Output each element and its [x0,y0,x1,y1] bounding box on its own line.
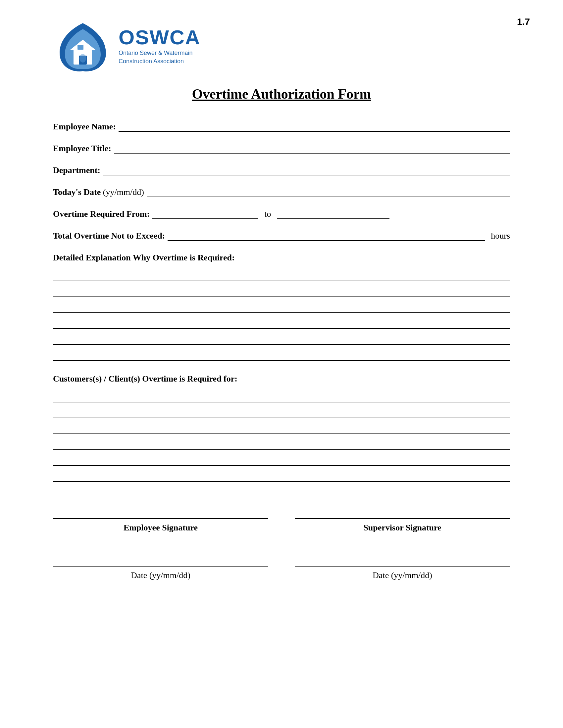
overtime-to-text: to [264,209,271,219]
svg-rect-3 [77,45,83,50]
employee-title-label: Employee Title: [53,144,111,154]
employee-date-label: Date (yy/mm/dd) [53,570,268,580]
signature-section: Employee Signature Supervisor Signature [53,508,510,533]
employee-name-line [118,122,510,132]
logo-area: OSWCA Ontario Sewer & Watermain Construc… [53,20,510,73]
explanation-line-1 [53,268,510,281]
department-row: Department: [53,165,510,175]
customers-line-2 [53,405,510,418]
employee-date-block: Date (yy/mm/dd) [53,556,268,580]
total-overtime-line [167,232,485,241]
total-overtime-row: Total Overtime Not to Exceed: hours [53,231,510,241]
page-number: 1.7 [517,17,530,27]
date-section: Date (yy/mm/dd) Date (yy/mm/dd) [53,556,510,580]
customers-line-4 [53,437,510,450]
customers-line-3 [53,421,510,434]
customers-line-5 [53,453,510,466]
department-label: Department: [53,165,100,175]
total-overtime-label: Total Overtime Not to Exceed: [53,231,165,241]
todays-date-line [147,188,510,197]
logo-text: OSWCA Ontario Sewer & Watermain Construc… [118,27,201,66]
overtime-to-line [277,210,390,219]
employee-signature-label: Employee Signature [53,523,268,533]
total-overtime-suffix: hours [491,231,510,241]
logo-subtitle: Ontario Sewer & Watermain Construction A… [118,49,201,66]
overtime-from-line [152,210,258,219]
todays-date-label: Today's Date (yy/mm/dd) [53,187,144,197]
explanation-label: Detailed Explanation Why Overtime is Req… [53,253,510,263]
overtime-from-label: Overtime Required From: [53,209,150,219]
form-fields: Employee Name: Employee Title: Departmen… [53,122,510,241]
employee-date-line [53,556,268,567]
explanation-line-5 [53,332,510,345]
employee-title-line [114,144,510,154]
explanation-line-2 [53,284,510,297]
form-title: Overtime Authorization Form [53,86,510,102]
explanation-line-3 [53,300,510,313]
svg-point-4 [79,54,86,63]
explanation-line-4 [53,316,510,329]
employee-signature-block: Employee Signature [53,508,268,533]
overtime-from-row: Overtime Required From: to [53,209,510,219]
oswca-logo [53,20,113,73]
customers-line-6 [53,469,510,482]
customers-line-1 [53,389,510,402]
customers-lines [53,389,510,482]
explanation-line-6 [53,347,510,361]
customers-label: Customers(s) / Client(s) Overtime is Req… [53,374,510,384]
supervisor-signature-block: Supervisor Signature [295,508,510,533]
department-line [103,166,510,175]
explanation-lines [53,268,510,361]
supervisor-date-block: Date (yy/mm/dd) [295,556,510,580]
employee-name-row: Employee Name: [53,122,510,132]
supervisor-date-label: Date (yy/mm/dd) [295,570,510,580]
supervisor-signature-label: Supervisor Signature [295,523,510,533]
todays-date-row: Today's Date (yy/mm/dd) [53,187,510,197]
logo-name: OSWCA [118,27,201,48]
employee-signature-line [53,508,268,519]
employee-name-label: Employee Name: [53,122,116,132]
supervisor-signature-line [295,508,510,519]
supervisor-date-line [295,556,510,567]
employee-title-row: Employee Title: [53,144,510,154]
